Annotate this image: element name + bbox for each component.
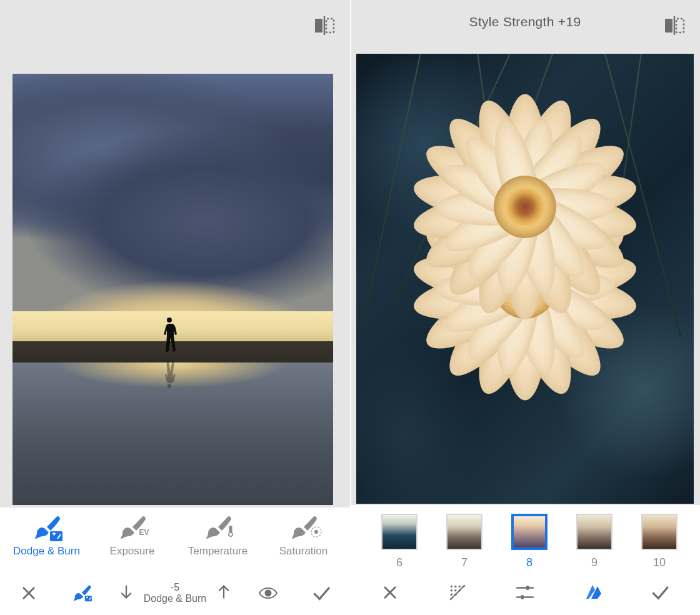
brush-icon <box>32 515 61 540</box>
brush-tools-panel: Dodge & Burn EV Exposure <box>0 508 350 615</box>
tool-label: Temperature <box>188 545 248 558</box>
tool-dodge-burn[interactable]: Dodge & Burn <box>4 515 89 558</box>
tool-exposure[interactable]: EV Exposure <box>89 515 175 558</box>
brush-mode-button[interactable] <box>64 583 99 603</box>
compare-icon[interactable] <box>664 16 685 35</box>
style-thumb-6[interactable]: 6 <box>381 514 418 569</box>
svg-line-28 <box>450 585 464 599</box>
svg-rect-2 <box>326 19 334 32</box>
style-thumb-7[interactable]: 7 <box>446 514 482 569</box>
svg-point-4 <box>229 533 231 536</box>
svg-rect-3 <box>50 531 62 541</box>
thumb-label: 8 <box>526 556 532 569</box>
tool-label: Dodge & Burn <box>13 545 80 558</box>
style-thumb-9[interactable]: 9 <box>576 514 612 569</box>
brush-tool-row: Dodge & Burn EV Exposure <box>0 512 350 558</box>
brush-icon <box>289 515 318 540</box>
style-thumbnails[interactable]: 6 7 8 9 10 <box>350 505 700 569</box>
decrease-button[interactable] <box>118 583 135 603</box>
svg-rect-15 <box>676 19 684 32</box>
stepper-readout: -5 Dodge & Burn <box>144 582 207 605</box>
screen-divider <box>350 0 351 615</box>
thumb-label: 10 <box>653 556 666 569</box>
tool-temperature[interactable]: Temperature <box>175 515 261 558</box>
style-thumb-8[interactable]: 8 <box>511 514 548 569</box>
topbar-left <box>0 0 350 44</box>
parameter-readout: Style Strength +19 <box>350 14 700 29</box>
svg-rect-30 <box>526 586 529 589</box>
increase-button[interactable] <box>215 583 232 603</box>
subject-flower-secondary <box>422 104 628 310</box>
screen-brush-editor: Dodge & Burn EV Exposure <box>0 0 350 615</box>
texture-button[interactable] <box>440 582 475 602</box>
compare-icon[interactable] <box>314 16 335 35</box>
dodge-burn-badge-icon <box>50 531 62 541</box>
edit-canvas[interactable] <box>356 54 694 504</box>
thumb-label: 6 <box>396 556 402 569</box>
tool-label: Saturation <box>279 545 328 558</box>
tool-saturation[interactable]: Saturation <box>261 515 346 558</box>
edit-canvas[interactable] <box>12 74 333 505</box>
svg-point-22 <box>451 589 452 591</box>
mask-view-button[interactable] <box>251 583 286 603</box>
svg-point-20 <box>458 586 460 588</box>
thumb-label: 9 <box>591 556 598 569</box>
tool-label: Exposure <box>110 545 155 558</box>
stepper-value: -5 <box>144 582 207 593</box>
styles-button[interactable] <box>575 582 610 602</box>
subject-silhouette <box>160 315 179 355</box>
action-row: -5 Dodge & Burn <box>0 571 350 615</box>
svg-rect-32 <box>521 595 524 599</box>
thumb-label: 7 <box>461 556 468 569</box>
brush-icon <box>204 515 232 540</box>
svg-point-23 <box>454 589 456 591</box>
cancel-button[interactable] <box>372 584 408 601</box>
svg-point-6 <box>314 530 318 534</box>
adjust-button[interactable] <box>508 582 542 602</box>
svg-rect-0 <box>315 19 322 32</box>
apply-button[interactable] <box>304 583 339 603</box>
apply-button[interactable] <box>642 582 678 602</box>
thermometer-icon <box>226 525 235 540</box>
style-panel: 6 7 8 9 10 <box>350 505 700 615</box>
svg-rect-13 <box>665 19 672 32</box>
svg-point-19 <box>454 586 456 588</box>
svg-point-25 <box>451 593 452 595</box>
value-stepper: -5 Dodge & Burn <box>118 582 233 605</box>
svg-point-12 <box>266 591 271 596</box>
action-row <box>350 570 700 615</box>
screen-style-picker: Style Strength +19 6 7 <box>350 0 700 615</box>
svg-point-18 <box>451 586 452 588</box>
aperture-icon <box>311 526 322 540</box>
topbar-right: Style Strength +19 <box>350 0 700 44</box>
brush-icon: EV <box>118 515 147 540</box>
stepper-tool: Dodge & Burn <box>144 593 207 604</box>
cancel-button[interactable] <box>11 584 46 602</box>
style-thumb-10[interactable]: 10 <box>641 514 678 569</box>
ev-badge: EV <box>138 528 151 538</box>
